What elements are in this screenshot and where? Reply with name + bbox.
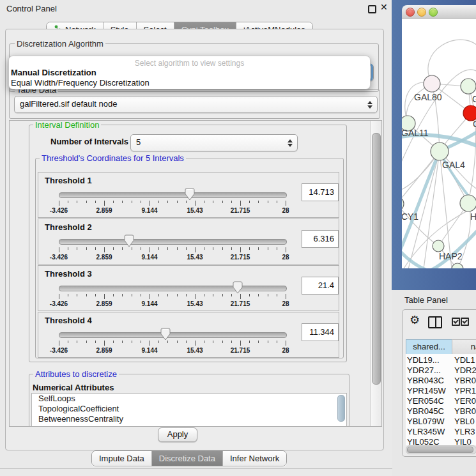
table-row[interactable]: YIL052CYIL0 [406, 437, 476, 445]
table-row[interactable]: YDL19...YDL1 [406, 355, 476, 365]
network-node[interactable] [460, 195, 476, 211]
tick-mark [95, 341, 96, 343]
list-item[interactable]: SelfLoops [32, 394, 346, 404]
algorithm-option-manual-discretization[interactable]: Manual Discretization [11, 68, 96, 77]
vertical-scrollbar-thumb[interactable] [372, 133, 381, 385]
checkbox-icon[interactable] [461, 318, 469, 326]
tick-label: 15.43 [187, 300, 203, 307]
tick-label: 21.715 [231, 254, 250, 261]
cell-name: YER0 [454, 396, 476, 406]
tick-mark [231, 294, 232, 296]
vertical-scrollbar[interactable] [370, 121, 381, 426]
column-header-shared-[interactable]: shared... [406, 339, 452, 355]
tick-label: 9.144 [141, 300, 157, 307]
tick-mark [132, 201, 132, 203]
table-row[interactable]: YBL079WYBL0 [406, 417, 476, 427]
table-row[interactable]: YER054CYER0 [406, 396, 476, 406]
minimize-traffic-light-icon[interactable] [417, 8, 426, 17]
tab-infer-network[interactable]: Infer Network [222, 451, 286, 466]
apply-button[interactable]: Apply [158, 427, 197, 442]
node-label: H [470, 211, 476, 222]
split-columns-icon[interactable] [428, 316, 442, 328]
tick-mark [258, 341, 259, 343]
gear-icon[interactable]: ⚙ [410, 313, 420, 327]
node-label: GAL4 [442, 160, 465, 170]
tick-mark [268, 341, 268, 343]
tick-mark [240, 247, 241, 252]
table-row[interactable]: YLR345WYLR3 [406, 427, 476, 437]
horizontal-scrollbar-thumb[interactable] [407, 447, 473, 453]
network-canvas[interactable]: GAL80GACGAL11GAL4GCY1HHAP2 [402, 19, 476, 268]
tick-mark [167, 341, 168, 343]
list-item[interactable]: BetweennessCentrality [32, 414, 346, 424]
tick-mark [86, 294, 87, 296]
number-of-intervals-combobox[interactable]: 5 [130, 134, 298, 151]
horizontal-scrollbar[interactable] [406, 445, 476, 454]
tick-label: 2.859 [96, 300, 112, 307]
cell-shared-name: YBL079W [407, 417, 445, 426]
table-row[interactable]: YDR27...YDR2 [406, 365, 476, 376]
tick-mark [141, 201, 141, 203]
slider-track[interactable] [59, 239, 287, 245]
tick-mark [213, 294, 213, 296]
zoom-traffic-light-icon[interactable] [429, 8, 438, 17]
tick-mark [177, 201, 178, 203]
tick-mark [122, 201, 123, 203]
checkbox-icon[interactable] [452, 318, 460, 326]
network-node[interactable] [433, 240, 444, 252]
network-node[interactable] [402, 197, 404, 211]
threshold-value-field[interactable]: 11.344 [302, 323, 339, 341]
threshold-value-field[interactable]: 21.4 [302, 277, 339, 295]
slider-track[interactable] [59, 332, 287, 338]
tab-impute-data[interactable]: Impute Data [92, 451, 151, 466]
tick-mark [68, 247, 68, 250]
slider-thumb[interactable] [124, 234, 134, 247]
table-row[interactable]: YBR043CYBR0 [406, 376, 476, 386]
network-graph[interactable]: GAL80GACGAL11GAL4GCY1HHAP2 [402, 19, 476, 268]
tick-mark [277, 294, 277, 296]
node-label: HAP2 [439, 251, 463, 261]
close-traffic-light-icon[interactable] [406, 8, 415, 17]
slider-thumb[interactable] [160, 328, 171, 341]
network-node[interactable] [431, 142, 449, 160]
tab-label: Discretize Data [159, 452, 215, 466]
tick-label: 15.43 [187, 347, 203, 354]
tick-label: 28 [282, 254, 289, 261]
table-row[interactable]: YBR045CYBR0 [406, 406, 476, 417]
network-window-titlebar[interactable] [402, 5, 476, 19]
column-header-name[interactable]: name [452, 339, 476, 355]
threshold-box-4: Threshold 4-3.4262.8599.14415.4321.71528… [38, 312, 339, 358]
cell-shared-name: YPR145W [407, 386, 446, 395]
tab-discretize-data[interactable]: Discretize Data [151, 451, 222, 466]
slider-track[interactable] [59, 286, 287, 291]
list-item[interactable]: TopologicalCoefficient [32, 404, 346, 414]
tick-mark [258, 294, 259, 296]
tick-label: 2.859 [96, 207, 112, 214]
tick-mark [286, 247, 286, 252]
cell-name: YDR2 [454, 365, 476, 375]
numerical-attributes-list[interactable]: SelfLoopsTopologicalCoefficientBetweenne… [31, 393, 347, 427]
cell-name: YBR0 [454, 376, 476, 385]
algorithm-option-equal-width-frequency-discretization[interactable]: Equal Width/Frequency Discretization [11, 78, 150, 88]
tick-mark [186, 201, 187, 203]
table-data-combobox[interactable]: galFiltered.sif default node [14, 96, 378, 113]
slider-track[interactable] [59, 192, 287, 198]
list-scrollbar-thumb[interactable] [337, 395, 345, 422]
tick-mark [231, 247, 232, 250]
tick-mark [222, 294, 223, 296]
tick-label: 21.715 [231, 300, 250, 307]
network-node[interactable] [424, 75, 440, 92]
table-row[interactable]: YPR145WYPR1 [406, 386, 476, 396]
tick-mark [231, 341, 232, 343]
slider-thumb[interactable] [185, 188, 195, 201]
float-window-icon[interactable] [368, 5, 376, 13]
network-node[interactable] [461, 79, 476, 94]
spinner-arrows-icon [288, 139, 293, 148]
cell-name: YDL1 [454, 355, 475, 365]
table-data-value: galFiltered.sif default node [20, 96, 117, 112]
close-icon[interactable]: ✕ [380, 2, 388, 12]
threshold-value-field[interactable]: 14.713 [302, 183, 339, 201]
slider-thumb[interactable] [233, 281, 243, 294]
tick-mark [150, 247, 150, 252]
threshold-value-field[interactable]: 6.316 [302, 230, 339, 248]
